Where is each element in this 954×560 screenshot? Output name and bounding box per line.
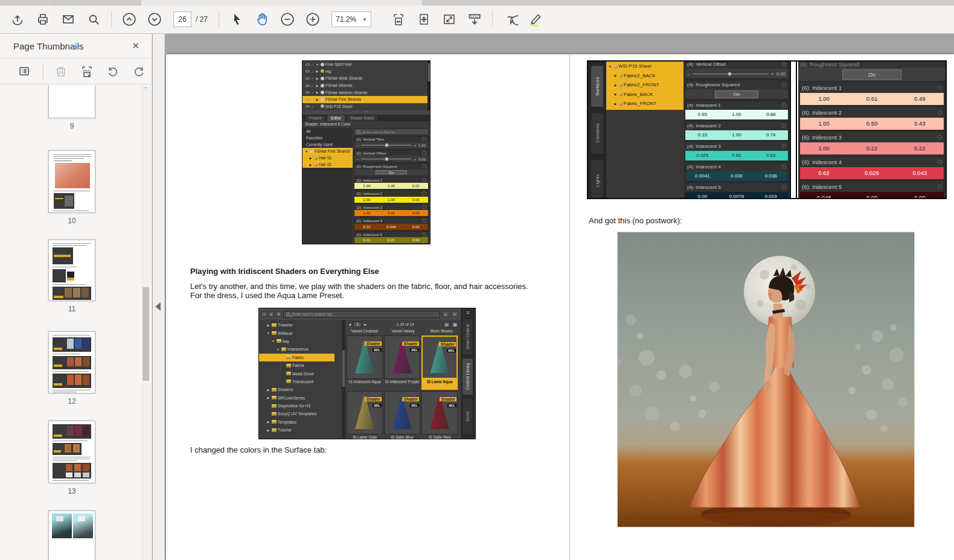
document-tab[interactable] <box>141 0 423 5</box>
filter-search-field[interactable]: Enter text to filter by... <box>354 129 429 135</box>
scrolling-mode-button[interactable] <box>464 9 485 30</box>
asset-item[interactable]: ShaderMDLIS Lame Aqua <box>421 336 458 390</box>
email-button[interactable] <box>58 9 78 30</box>
select-tool-button[interactable] <box>226 9 247 30</box>
folder-tree-item[interactable]: Metal Shine <box>259 369 342 377</box>
view-grid-icon[interactable]: ▤ <box>443 322 450 328</box>
panel-tab-lights[interactable]: Lights <box>591 159 604 199</box>
page-thumbnail-10[interactable]: 10 <box>48 150 95 225</box>
fullscreen-button[interactable] <box>439 9 459 30</box>
scroll-up-arrow[interactable]: ⌃ <box>141 86 150 95</box>
panel-title: Page Thumbnails <box>13 41 128 51</box>
thumbnail-page-image[interactable] <box>48 240 95 301</box>
panel-menu-icon[interactable]: ≡ <box>461 308 475 316</box>
rotate-counterclockwise-button[interactable] <box>103 61 123 81</box>
combo-arrow-2[interactable]: ▼ <box>451 311 458 317</box>
expander-icon: ▶ <box>315 91 319 94</box>
left-tab-strip: SurfacesCamerasLights <box>588 62 606 198</box>
up-icon[interactable]: ↟ <box>276 311 281 317</box>
previous-page-button[interactable] <box>119 9 139 30</box>
folder-tree-item[interactable]: Faeria <box>259 361 342 369</box>
pager-next-icon[interactable]: ► <box>363 322 367 326</box>
page-thumbnail-13[interactable]: 13 <box>48 421 95 495</box>
slider-minus: – <box>688 71 690 77</box>
hand-tool-button[interactable] <box>252 9 272 30</box>
fit-width-button[interactable] <box>388 9 409 30</box>
folder-tree-item[interactable]: ▼bay <box>259 337 342 345</box>
folder-tree-item[interactable]: StayinAlive for H3 <box>259 402 342 410</box>
close-panel-button[interactable]: ✕ <box>128 39 143 52</box>
grid-col-labels: Velvet CrushedVelvet HeavyWorn Woven <box>345 329 461 335</box>
thumbnail-page-image[interactable] <box>48 85 95 118</box>
page-thumbnail-11[interactable]: 11 <box>48 240 95 313</box>
asset-item[interactable]: ShaderMDLIS Satin Red <box>421 391 458 439</box>
asset-item[interactable]: ShaderMDLIS Satin Blue <box>384 391 420 439</box>
plus-icon[interactable]: + <box>261 311 267 317</box>
zoom-in-button[interactable] <box>303 9 323 30</box>
pager-prev-icon[interactable]: ◄ <box>348 322 351 326</box>
asset-item[interactable]: ShaderMDLIS Iridescent Aqua <box>347 336 383 390</box>
parameter-header: (4): Iridescent 5 <box>685 183 788 192</box>
minus-icon[interactable]: ▸ <box>269 311 274 317</box>
page-thumbnail-12[interactable]: 12 <box>48 331 95 406</box>
parameter-color-values: 1.001.000.00 <box>354 197 428 203</box>
side-tab-smart-content[interactable]: Smart Content <box>462 318 473 355</box>
print-button[interactable] <box>33 9 53 30</box>
asset-thumbnail[interactable]: ShaderMDL <box>421 391 458 434</box>
asset-thumbnail[interactable]: ShaderMDL <box>384 336 420 379</box>
thumbnail-text-line <box>53 284 86 285</box>
zoom-out-button[interactable] <box>277 9 298 30</box>
selected-shader-node: ▶Hair 02 <box>303 161 353 168</box>
asset-item[interactable]: ShaderMDLIS Iridescent Purple <box>384 336 420 390</box>
folder-tree-item[interactable]: ▶Templates <box>259 418 342 426</box>
folder-tree-item[interactable]: ▶Traveler <box>259 321 342 329</box>
expander-icon: ▶ <box>266 323 271 327</box>
fit-page-button[interactable] <box>414 9 434 30</box>
zoom-level-select[interactable]: 71.2% ▼ <box>331 11 371 27</box>
folder-tree-item[interactable]: ▶Shaders <box>259 386 342 393</box>
asset-thumbnail[interactable]: ShaderMDL <box>384 391 420 434</box>
pager-page-number[interactable]: 1 <box>353 322 362 327</box>
folder-tree-item[interactable]: ▶SRColorSeries <box>259 394 342 402</box>
share-upload-button[interactable] <box>7 9 28 30</box>
thumbnail-page-image[interactable] <box>48 511 95 560</box>
folder-tree-item[interactable]: ▶Tutorial <box>259 426 342 434</box>
panel-tab-cameras[interactable]: Cameras <box>591 112 604 154</box>
comment-button[interactable] <box>500 9 520 30</box>
library-search-field[interactable]: Enter text to search by... <box>283 311 440 318</box>
asset-thumbnail[interactable]: ShaderMDL <box>421 336 458 379</box>
search-button[interactable] <box>83 9 104 30</box>
view-list-icon[interactable]: ▦ <box>452 322 458 328</box>
folder-tree-item[interactable]: Translucent <box>259 378 342 386</box>
side-tab-genx[interactable]: GenX <box>462 398 473 435</box>
asset-thumbnail[interactable]: ShaderMDL <box>347 391 383 434</box>
thumbnail-page-image[interactable] <box>48 150 95 213</box>
collapse-panel-strip[interactable] <box>153 34 165 560</box>
panel-tab-surfaces[interactable]: Surfaces <box>591 65 604 107</box>
folder-tree-item[interactable]: ▼Iridescence <box>259 345 342 353</box>
page-number-input[interactable] <box>173 11 191 27</box>
delete-page-button[interactable] <box>51 61 71 81</box>
sidebar-scrollbar[interactable]: ⌃ <box>141 85 150 560</box>
asset-thumbnail[interactable]: ShaderMDL <box>347 336 383 379</box>
asset-item[interactable]: ShaderMDLIS Lame Gold <box>347 391 383 439</box>
print-icon <box>36 12 50 27</box>
thumbnail-options-button[interactable] <box>15 61 35 81</box>
combo-arrow-1[interactable]: ▼ <box>442 311 449 317</box>
folder-tree-item[interactable]: SuzyQ UV Templates <box>259 410 342 418</box>
shader-mdl-badge: ShaderMDL <box>439 337 456 352</box>
rotate-clockwise-button[interactable] <box>129 61 149 81</box>
side-tab-content-library[interactable]: Content Library <box>462 358 473 395</box>
folder-tree-item[interactable]: Fabric <box>259 354 335 361</box>
folder-tree-item[interactable]: ▼Willbear <box>259 329 342 337</box>
page-thumbnail-9[interactable]: 9 <box>48 85 95 130</box>
thumbnail-page-image[interactable] <box>48 421 95 483</box>
scrollbar-thumb[interactable] <box>142 287 149 381</box>
next-page-button[interactable] <box>144 9 165 30</box>
thumbnail-page-image[interactable] <box>48 331 95 393</box>
highlight-button[interactable] <box>525 9 546 30</box>
embedded-screenshot-surfaces-panels: SurfacesCamerasLights▼WSI P15 Sheet▶Fabr… <box>587 60 947 199</box>
extract-page-button[interactable] <box>77 61 97 81</box>
tree-scrollbar-thumb[interactable] <box>342 351 345 387</box>
page-thumbnail-14[interactable]: 14 <box>48 511 95 560</box>
